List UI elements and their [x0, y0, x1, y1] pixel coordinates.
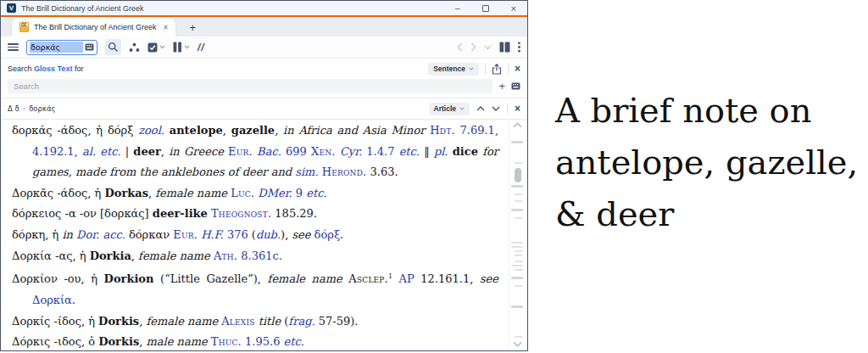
close-tab-icon[interactable]: × — [164, 23, 169, 32]
citation-link[interactable]: 8.361c. — [237, 249, 282, 262]
scroll-up-icon[interactable] — [513, 122, 522, 128]
entry-text: see — [480, 272, 498, 285]
citation-link[interactable]: Δορκία — [32, 294, 72, 306]
tab-brill-dictionary[interactable]: GE The Brill Dictionary of Ancient Greek… — [12, 18, 175, 36]
entry-text: Dorkion — [104, 272, 154, 285]
columns-icon[interactable] — [173, 42, 190, 53]
dictionary-entry: Δόρκις -ιδος, ὁ Dorkis, male name Thuc. … — [32, 332, 498, 350]
close-window-icon[interactable]: × — [511, 4, 516, 13]
maximize-icon[interactable] — [482, 5, 489, 12]
citation-link[interactable]: Eur. — [228, 145, 253, 158]
citation-link[interactable]: AP — [399, 272, 415, 285]
toolbar: δορκάς // — [1, 36, 527, 59]
close-search-panel-icon[interactable]: × — [515, 63, 520, 75]
entry-text: Δόρκις -ιδος, ὁ — [12, 335, 98, 348]
entry-text: | — [121, 145, 134, 158]
entry-text: , — [161, 145, 169, 158]
entry-text: male name — [146, 335, 210, 348]
note-line: & deer — [555, 188, 865, 240]
entry-text: (“Little Gazelle”), — [153, 272, 267, 285]
citation-link[interactable]: δόρξ — [314, 228, 340, 241]
entry-bar: Δ δ › δορκάς Article × — [1, 98, 527, 120]
app-logo-icon: V — [7, 3, 16, 13]
citation-link[interactable]: al. etc. — [82, 145, 121, 158]
citation-link[interactable]: zool. — [138, 124, 164, 137]
citation-link[interactable]: etc. — [399, 145, 420, 158]
back-icon[interactable] — [457, 42, 463, 52]
minimize-icon[interactable]: – — [455, 4, 460, 13]
headword-search-input[interactable]: δορκάς — [26, 40, 97, 55]
entry-text: female name — [146, 315, 221, 328]
citation-link[interactable]: Thuc. — [211, 335, 242, 348]
citation-link[interactable]: 1.4.7 — [362, 145, 399, 158]
library-icon[interactable] — [499, 42, 510, 53]
chevron-down-icon — [184, 45, 190, 49]
previous-entry-icon[interactable] — [476, 106, 485, 111]
citation-link[interactable]: etc. — [284, 335, 304, 348]
dictionary-entry: δόρκειος -α -ον [δορκάς] deer-like Theog… — [32, 204, 498, 225]
parallel-passages-icon[interactable]: // — [198, 42, 205, 53]
citation-link[interactable]: etc. — [306, 187, 326, 199]
close-entry-panel-icon[interactable]: × — [515, 103, 520, 115]
scrollbar-thumb[interactable] — [515, 168, 521, 182]
citation-link[interactable]: dub. — [256, 228, 281, 241]
keyboard-icon[interactable] — [511, 82, 520, 90]
article-view-dropdown[interactable]: Article — [429, 103, 470, 115]
app-window: V The Brill Dictionary of Ancient Greek … — [0, 0, 528, 351]
search-value: δορκάς — [30, 42, 83, 53]
entry-text — [392, 272, 399, 285]
citation-link[interactable]: Alexis — [221, 315, 254, 328]
citation-link[interactable]: sim. — [295, 165, 318, 178]
entries: δορκάς -άδος, ἡ δόρξ zool. antelope, gaz… — [32, 120, 498, 350]
visual-filter-icon[interactable] — [147, 42, 165, 53]
citation-link[interactable]: Luc. — [231, 187, 254, 199]
breadcrumb-headword[interactable]: δορκάς — [29, 104, 55, 113]
keyboard-icon[interactable] — [85, 43, 94, 51]
citation-link[interactable]: DMer. — [258, 187, 292, 199]
scroll-down-icon[interactable] — [513, 341, 522, 347]
citation-link[interactable]: 1.95.6 — [242, 335, 284, 348]
menu-icon[interactable] — [8, 43, 19, 51]
search-icon[interactable] — [105, 39, 121, 55]
citation-link[interactable]: Hdt. — [430, 124, 455, 137]
entry-text: gazelle — [231, 124, 275, 137]
share-icon[interactable] — [492, 64, 502, 75]
breadcrumb-letter[interactable]: Δ δ — [8, 104, 19, 113]
forward-icon[interactable] — [470, 42, 476, 52]
dictionary-entry: Δορκίς -ίδος, ἡ Dorkis, female name Alex… — [32, 311, 498, 333]
entry-text: δόρκαν — [125, 228, 173, 241]
citation-link[interactable]: Theognost. — [211, 207, 271, 220]
sentence-scope-dropdown[interactable]: Sentence — [428, 63, 479, 76]
citation-link[interactable]: Ath. — [214, 249, 237, 262]
entry-text: , — [131, 249, 138, 262]
entry-text: deer — [133, 145, 160, 158]
scroll-minimap[interactable] — [509, 120, 526, 350]
citation-link[interactable]: Eur. — [173, 228, 198, 241]
citation-link[interactable]: frag. — [288, 315, 314, 328]
citation-link[interactable]: 376 — [224, 228, 252, 241]
search-scope-suffix: for — [72, 64, 83, 73]
add-search-term-icon[interactable]: + — [498, 81, 505, 92]
note-line: A brief note on — [555, 85, 865, 137]
citation-link[interactable]: pl. — [434, 145, 448, 158]
more-menu-icon[interactable] — [518, 42, 520, 53]
history-chevron-icon[interactable] — [484, 45, 492, 50]
citation-link[interactable]: Bac. — [257, 145, 281, 158]
entry-text: . — [72, 294, 75, 306]
citation-link[interactable]: Xen. — [311, 145, 336, 158]
next-entry-icon[interactable] — [492, 106, 500, 111]
citation-link[interactable]: Cyr. — [340, 145, 362, 158]
gloss-search-input[interactable] — [8, 79, 492, 93]
gloss-text-link[interactable]: Gloss Text — [34, 64, 72, 73]
citation-link[interactable]: 9 — [292, 187, 307, 199]
entry-text: Δορκίον -ου, ἡ — [12, 272, 104, 285]
citation-link[interactable]: 699 — [281, 145, 311, 158]
graph-icon[interactable] — [129, 42, 140, 53]
citation-link[interactable]: Dor. acc. — [76, 228, 125, 241]
citation-link[interactable]: H.F. — [201, 228, 224, 241]
new-tab-button[interactable]: + — [189, 23, 196, 33]
entry-text: Dorkis — [98, 315, 139, 328]
entry-text: Asclep. — [348, 272, 388, 285]
entry-text: antelope — [170, 124, 223, 137]
citation-link[interactable]: Herond. — [322, 165, 367, 178]
